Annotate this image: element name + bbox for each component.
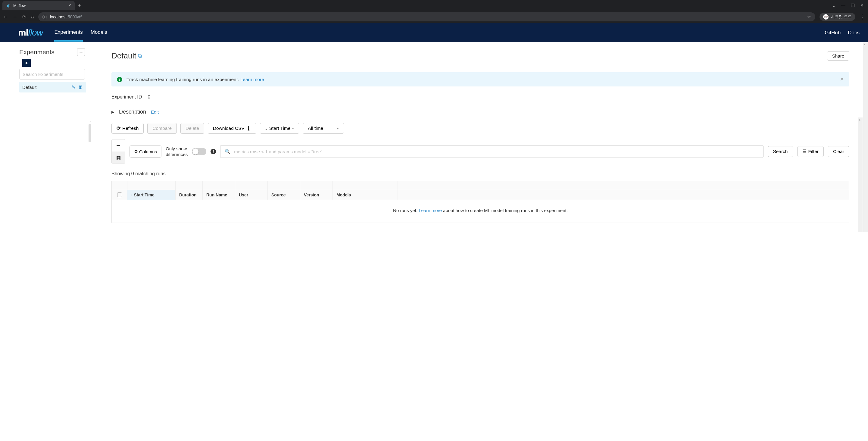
info-icon: i: [117, 77, 122, 82]
mlflow-logo[interactable]: mlflow: [18, 27, 43, 38]
site-info-icon[interactable]: i: [42, 15, 47, 19]
sidebar: Experiments + < Default ✎ 🗑 ▴: [0, 42, 90, 232]
copy-icon[interactable]: ⧉: [138, 53, 142, 59]
inner-scrollbar[interactable]: [858, 118, 863, 232]
col-start-time[interactable]: ↓Start Time: [127, 190, 176, 200]
banner-text: Track machine learning training runs in …: [126, 77, 264, 82]
home-icon[interactable]: ⌂: [31, 14, 34, 20]
only-diff-toggle[interactable]: [192, 148, 206, 155]
collapse-sidebar-button[interactable]: <: [22, 59, 31, 67]
download-csv-button[interactable]: Download CSV⭳: [208, 123, 256, 134]
status-text: Showing 0 matching runs: [112, 171, 860, 177]
page-title: Default: [112, 51, 136, 61]
main-content: Default ⧉ Share i Track machine learning…: [90, 42, 868, 232]
chevron-down-icon: ▾: [337, 127, 339, 130]
incognito-badge[interactable]: 👓 시크릿 모드: [819, 13, 855, 21]
empty-state: No runs yet. Learn more about how to cre…: [112, 200, 849, 223]
delete-button: Delete: [180, 123, 204, 134]
incognito-icon: 👓: [823, 14, 829, 20]
select-all-checkbox[interactable]: [112, 190, 127, 200]
col-spacer: [398, 190, 849, 200]
reload-icon[interactable]: ⟳: [22, 14, 26, 20]
refresh-button[interactable]: Refresh: [112, 123, 144, 134]
banner-learn-more-link[interactable]: Learn more: [240, 77, 264, 82]
sidebar-item-default[interactable]: Default ✎ 🗑: [19, 82, 86, 92]
action-bar: Refresh Compare Delete Download CSV⭳ ↓St…: [112, 123, 849, 134]
download-icon: ⭳: [246, 126, 251, 131]
app-header: mlflow Experiments Models GitHub Docs: [0, 23, 868, 42]
restore-icon[interactable]: ❐: [851, 3, 855, 8]
table-spacer-row: [112, 181, 849, 190]
help-icon[interactable]: ?: [211, 149, 216, 154]
tab-bar: ◐ MLflow × + ⌄ — ❐ ✕: [0, 0, 868, 11]
nav-models[interactable]: Models: [91, 24, 107, 41]
url-bar[interactable]: i localhost:5000/#/ ☆: [38, 12, 815, 21]
col-models[interactable]: Models: [333, 190, 398, 200]
description-row: ▶ Description Edit: [112, 109, 860, 115]
forward-icon: →: [13, 14, 18, 20]
browser-tab[interactable]: ◐ MLflow ×: [2, 1, 75, 10]
browser-toolbar: ← → ⟳ ⌂ i localhost:5000/#/ ☆ 👓 시크릿 모드 ⋮: [0, 11, 868, 23]
share-button[interactable]: Share: [827, 51, 849, 61]
url-text: localhost:5000/#/: [50, 14, 82, 19]
col-user[interactable]: User: [235, 190, 268, 200]
divider: [112, 65, 849, 65]
search-icon: 🔍: [225, 149, 230, 154]
chevron-down-icon[interactable]: ⌄: [832, 3, 836, 8]
app-body: Experiments + < Default ✎ 🗑 ▴ Default ⧉ …: [0, 42, 868, 232]
columns-button[interactable]: ⚙Columns: [129, 146, 161, 158]
grid-view-button[interactable]: ▦: [112, 152, 125, 164]
time-filter-select[interactable]: All time▾: [303, 123, 344, 134]
sort-desc-icon: ↓: [131, 193, 133, 197]
bookmark-star-icon[interactable]: ☆: [807, 14, 811, 19]
info-banner: i Track machine learning training runs i…: [112, 72, 849, 87]
clear-button[interactable]: Clear: [828, 146, 849, 157]
col-source[interactable]: Source: [268, 190, 300, 200]
close-window-icon[interactable]: ✕: [860, 3, 864, 8]
filter-icon: ☰: [802, 149, 807, 154]
refresh-icon: [117, 126, 121, 131]
window-controls: ⌄ — ❐ ✕: [832, 3, 868, 8]
browser-menu-icon[interactable]: ⋮: [860, 13, 865, 20]
edit-description-link[interactable]: Edit: [151, 109, 159, 115]
list-view-button[interactable]: ☰: [112, 139, 125, 152]
minimize-icon[interactable]: —: [841, 3, 845, 8]
start-time-sort-button[interactable]: ↓Start Time▾: [260, 123, 299, 134]
banner-close-icon[interactable]: ✕: [840, 76, 844, 82]
nav-github[interactable]: GitHub: [825, 24, 841, 41]
empty-learn-more-link[interactable]: Learn more: [418, 208, 442, 213]
browser-chrome: ◐ MLflow × + ⌄ — ❐ ✕ ← → ⟳ ⌂ i localhost…: [0, 0, 868, 23]
nav-experiments[interactable]: Experiments: [54, 24, 83, 41]
filter-bar: ☰ ▦ ⚙Columns Only showdifferences ? 🔍 Se…: [112, 139, 849, 164]
close-tab-icon[interactable]: ×: [68, 3, 71, 8]
search-experiments-input[interactable]: [19, 69, 85, 80]
runs-table: ↓Start Time Duration Run Name User Sourc…: [112, 181, 849, 223]
search-runs-input[interactable]: 🔍: [220, 145, 764, 158]
col-version[interactable]: Version: [300, 190, 333, 200]
view-toggle: ☰ ▦: [112, 139, 125, 164]
filter-button[interactable]: ☰Filter: [797, 146, 824, 157]
compare-button: Compare: [147, 123, 177, 134]
expand-description-icon[interactable]: ▶: [112, 110, 114, 114]
gear-icon: ⚙: [134, 149, 138, 154]
delete-experiment-icon[interactable]: 🗑: [78, 84, 83, 90]
nav-docs[interactable]: Docs: [848, 24, 860, 41]
new-tab-button[interactable]: +: [78, 2, 81, 9]
col-duration[interactable]: Duration: [176, 190, 203, 200]
col-run-name[interactable]: Run Name: [203, 190, 235, 200]
experiment-id-row: Experiment ID :0: [112, 94, 860, 100]
only-diff-label: Only showdifferences: [166, 146, 188, 158]
back-icon[interactable]: ←: [3, 14, 8, 20]
arrow-down-icon: ↓: [265, 126, 268, 131]
main-scrollbar[interactable]: [863, 42, 868, 232]
edit-experiment-icon[interactable]: ✎: [71, 84, 75, 90]
sidebar-title: Experiments: [19, 49, 55, 56]
search-button[interactable]: Search: [768, 146, 793, 157]
mlflow-favicon-icon: ◐: [6, 3, 11, 8]
tab-title: MLflow: [13, 3, 26, 8]
table-header-row: ↓Start Time Duration Run Name User Sourc…: [112, 190, 849, 200]
chevron-down-icon: ▾: [292, 127, 294, 130]
add-experiment-button[interactable]: +: [77, 48, 85, 56]
